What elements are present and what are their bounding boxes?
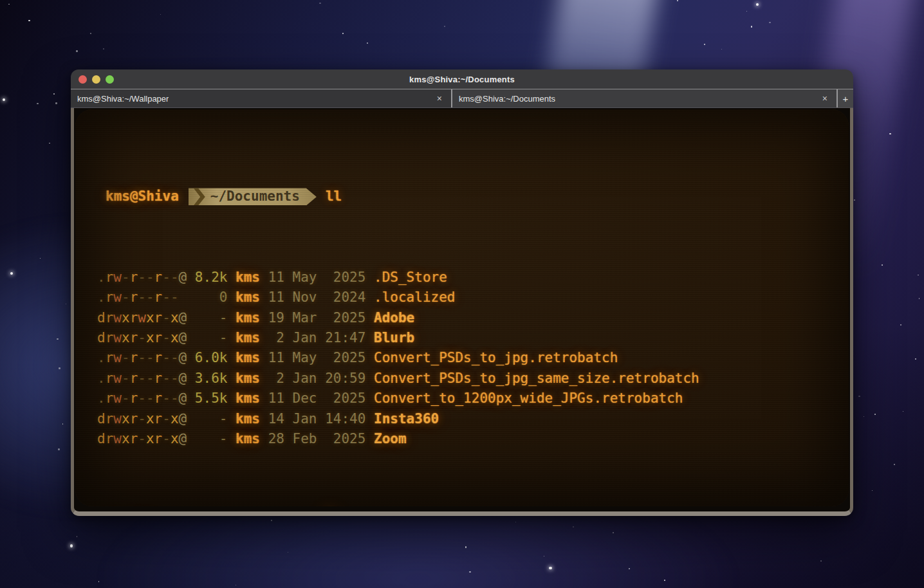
file-row: .rw-r--r-- 0 kms 11 Nov 2024 .localized	[97, 288, 844, 308]
star	[58, 448, 60, 450]
tab-bar: kms@Shiva:~/Wallpaper × kms@Shiva:~/Docu…	[71, 89, 853, 108]
star	[918, 275, 919, 276]
star	[515, 522, 516, 522]
tab-documents[interactable]: kms@Shiva:~/Documents ×	[452, 89, 836, 107]
file-row: .rw-r--r--@ 5.5k kms 11 Dec 2025 Convert…	[97, 389, 844, 409]
star	[677, 0, 678, 1]
star	[769, 22, 770, 23]
star	[28, 20, 30, 21]
powerline-chevron-icon	[194, 188, 205, 205]
terminal-screen[interactable]: kms@Shiva ~/Documents ll .rw-r--r--@ 8.2…	[75, 109, 849, 506]
star	[858, 396, 860, 397]
star	[57, 338, 58, 340]
star	[55, 102, 57, 104]
star	[469, 571, 471, 573]
star	[103, 48, 104, 50]
close-tab-icon[interactable]: ×	[820, 93, 830, 104]
star	[613, 532, 614, 533]
star	[919, 298, 919, 299]
star	[721, 49, 722, 50]
file-row: drwxrwxr-x@ - kms 19 Mar 2025 Adobe	[97, 308, 844, 328]
star	[756, 3, 759, 6]
star	[465, 546, 467, 547]
terminal-frame: kms@Shiva ~/Documents ll .rw-r--r--@ 8.2…	[71, 108, 853, 516]
tab-label: kms@Shiva:~/Wallpaper	[77, 94, 169, 104]
file-row: drwxr-xr-x@ - kms 2 Jan 21:47 Blurb	[97, 328, 844, 348]
traffic-lights	[79, 69, 114, 89]
star	[288, 552, 288, 553]
file-row: .rw-r--r--@ 6.0k kms 11 May 2025 Convert…	[97, 348, 844, 368]
star	[872, 490, 873, 491]
file-row: drwxr-xr-x@ - kms 14 Jan 14:40 Insta360	[97, 409, 844, 429]
star	[915, 358, 916, 360]
terminal-window: kms@Shiva:~/Documents kms@Shiva:~/Wallpa…	[71, 69, 853, 516]
file-listing: .rw-r--r--@ 8.2k kms 11 May 2025 .DS_Sto…	[97, 268, 844, 450]
tab-wallpaper[interactable]: kms@Shiva:~/Wallpaper ×	[71, 89, 452, 107]
star	[854, 199, 856, 201]
close-window-button[interactable]	[79, 75, 87, 84]
star	[900, 324, 901, 326]
terminal-output: kms@Shiva ~/Documents ll .rw-r--r--@ 8.2…	[97, 126, 844, 506]
zoom-window-button[interactable]	[106, 75, 114, 84]
star	[367, 42, 368, 44]
typed-command: ll	[326, 187, 342, 207]
prompt-cwd: ~/Documents	[210, 187, 300, 207]
star	[746, 11, 747, 12]
star	[10, 272, 13, 275]
close-tab-icon[interactable]: ×	[434, 93, 445, 104]
prompt-line: kms@Shiva ~/Documents ll	[97, 187, 844, 207]
star	[3, 98, 5, 101]
star	[889, 133, 891, 134]
star	[271, 520, 272, 521]
file-row: drwxr-xr-x@ - kms 28 Feb 2025 Zoom	[97, 429, 844, 449]
star	[751, 26, 753, 28]
star	[76, 50, 78, 52]
star	[319, 3, 320, 4]
star	[160, 14, 161, 15]
star	[70, 544, 73, 547]
star	[903, 411, 903, 412]
file-row: .rw-r--r--@ 8.2k kms 11 May 2025 .DS_Sto…	[97, 268, 844, 288]
star	[66, 304, 67, 305]
file-row: .rw-r--r--@ 3.6k kms 2 Jan 20:59 Convert…	[97, 369, 844, 389]
star	[53, 93, 55, 95]
star	[664, 580, 665, 581]
prompt-user-host: kms@Shiva	[106, 187, 179, 207]
star	[820, 560, 822, 562]
star	[573, 526, 574, 528]
star	[864, 416, 864, 417]
star	[549, 567, 551, 569]
star	[98, 581, 99, 582]
star	[77, 536, 77, 537]
star	[59, 367, 60, 369]
prompt-path-segment: ~/Documents	[189, 188, 317, 205]
window-title: kms@Shiva:~/Documents	[71, 75, 853, 84]
minimize-window-button[interactable]	[92, 75, 100, 84]
star	[544, 556, 544, 556]
new-tab-button[interactable]: +	[836, 89, 853, 107]
star	[236, 585, 236, 585]
star	[629, 568, 630, 569]
star	[882, 264, 883, 266]
star	[8, 4, 10, 5]
star	[49, 143, 50, 144]
star	[704, 44, 705, 45]
star	[90, 33, 91, 34]
star	[62, 423, 63, 424]
tab-label: kms@Shiva:~/Documents	[459, 94, 555, 104]
star	[40, 258, 41, 259]
title-bar[interactable]: kms@Shiva:~/Documents	[71, 69, 853, 89]
star	[874, 414, 876, 415]
star	[894, 464, 895, 465]
star	[444, 26, 445, 27]
star	[37, 103, 38, 104]
star	[342, 33, 344, 34]
